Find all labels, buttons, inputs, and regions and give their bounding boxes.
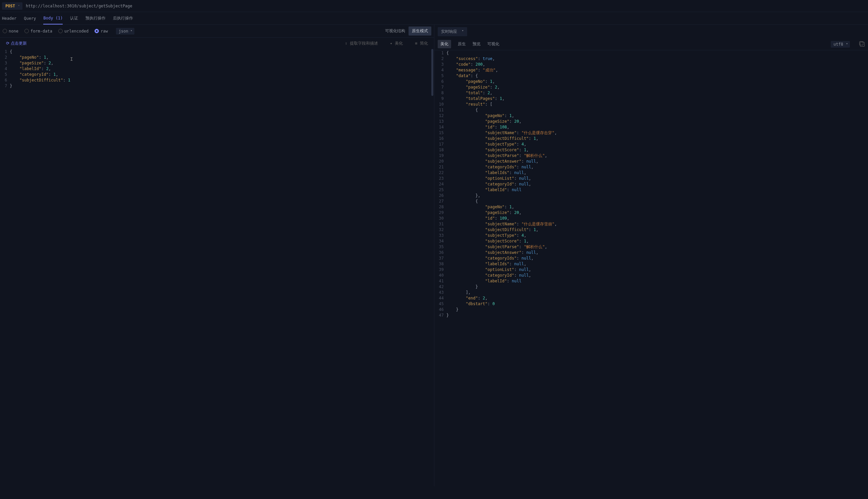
bodytype-formdata[interactable]: form-data — [24, 29, 52, 34]
body-type-bar: none form-data urlencoded raw json 可视化结构… — [0, 25, 434, 38]
resp-tab-preview[interactable]: 预览 — [473, 39, 481, 50]
beautify-link[interactable]: ✦ 美化 — [390, 40, 403, 46]
url-input[interactable] — [23, 4, 866, 8]
line-gutter: 1234567891011121314151617181920212223242… — [434, 50, 446, 486]
encoding-select[interactable]: utf8 — [831, 41, 850, 48]
tab-auth[interactable]: 认证 — [70, 12, 78, 24]
raw-format-select[interactable]: json — [116, 28, 134, 35]
extract-link[interactable]: ⇪ 提取字段和描述 — [345, 40, 378, 46]
bodytype-none[interactable]: none — [3, 29, 18, 34]
copy-icon[interactable] — [860, 42, 865, 47]
request-pane: none form-data urlencoded raw json 可视化结构… — [0, 25, 434, 486]
resp-tab-beautify[interactable]: 美化 — [438, 40, 451, 48]
view-raw[interactable]: 原生模式 — [408, 26, 431, 36]
response-body-viewer[interactable]: 1234567891011121314151617181920212223242… — [434, 50, 868, 486]
response-pane: 实时响应 美化 原生 预览 可视化 utf8 12345678910111213… — [434, 25, 868, 486]
tab-postrequest[interactable]: 后执行操作 — [113, 12, 133, 24]
resp-tab-visual[interactable]: 可视化 — [487, 39, 499, 50]
code-area[interactable]: { "pageNo": 1, "pageSize": 2, "labelId":… — [10, 49, 434, 486]
response-tabs: 美化 原生 预览 可视化 utf8 — [434, 38, 868, 50]
code-area: { "success": true, "code": 200, "message… — [446, 50, 868, 486]
bodytype-urlencoded[interactable]: urlencoded — [58, 29, 88, 34]
request-actions: ⟳ 点击更新 ⇪ 提取字段和描述 ✦ 美化 ≡ 简化 — [0, 38, 434, 49]
request-bar: POST — [0, 0, 868, 12]
line-gutter: 1234567 — [0, 49, 10, 486]
simplify-link[interactable]: ≡ 简化 — [415, 40, 428, 46]
refresh-link[interactable]: ⟳ 点击更新 — [6, 40, 27, 46]
tab-prerequest[interactable]: 预执行操作 — [86, 12, 105, 24]
tab-body[interactable]: Body (1) — [43, 12, 63, 24]
http-method-select[interactable]: POST — [2, 2, 23, 10]
view-visual[interactable]: 可视化结构 — [382, 26, 408, 36]
request-tabs: Header Query Body (1) 认证 预执行操作 后执行操作 — [0, 12, 868, 25]
scrollbar[interactable] — [431, 49, 433, 96]
request-body-editor[interactable]: 1234567 { "pageNo": 1, "pageSize": 2, "l… — [0, 49, 434, 486]
response-mode-select[interactable]: 实时响应 — [438, 27, 467, 36]
tab-header[interactable]: Header — [2, 13, 16, 24]
text-cursor-icon: I — [70, 56, 73, 62]
bodytype-raw[interactable]: raw — [95, 29, 108, 34]
resp-tab-raw[interactable]: 原生 — [458, 39, 466, 50]
tab-query[interactable]: Query — [24, 13, 36, 24]
